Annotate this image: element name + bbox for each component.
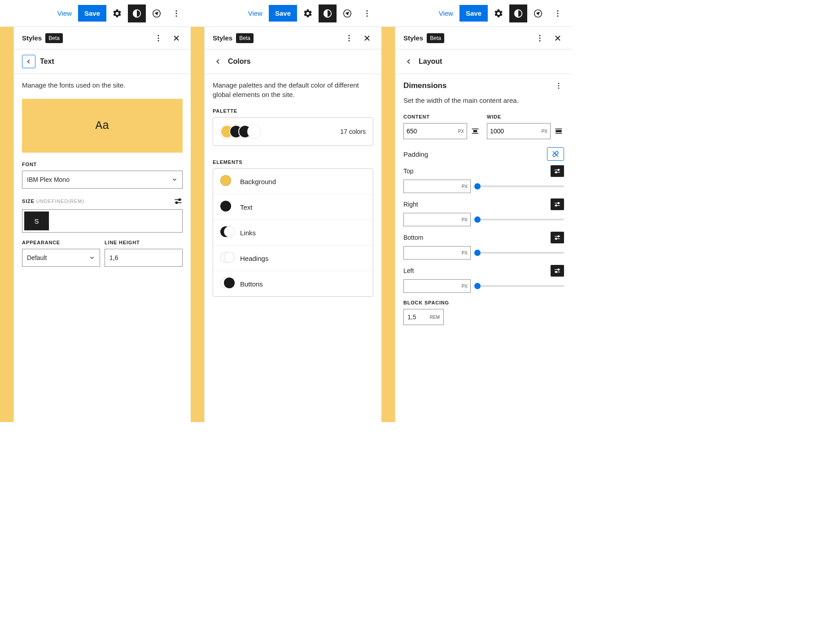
compass-icon[interactable] <box>529 4 547 22</box>
panel-title: Styles <box>213 34 232 42</box>
padding-left-settings-icon[interactable] <box>551 265 564 277</box>
beta-badge: Beta <box>236 33 254 43</box>
padding-bottom-settings-icon[interactable] <box>551 232 564 243</box>
appearance-select[interactable]: Default <box>22 249 100 267</box>
padding-bottom-input[interactable]: PX <box>403 246 471 260</box>
description: Manage the fonts used on the site. <box>22 80 183 90</box>
view-link[interactable]: View <box>53 6 76 21</box>
svg-point-12 <box>367 10 368 11</box>
settings-icon[interactable] <box>490 4 508 22</box>
padding-top-settings-icon[interactable] <box>551 165 564 177</box>
element-buttons[interactable]: Buttons <box>213 271 373 296</box>
panel-more-icon[interactable] <box>149 29 167 47</box>
svg-point-17 <box>349 40 350 41</box>
content-align-icon[interactable] <box>470 127 481 136</box>
svg-point-2 <box>176 10 177 11</box>
save-button[interactable]: Save <box>78 5 106 22</box>
svg-point-38 <box>556 271 557 273</box>
padding-left-slider[interactable] <box>474 285 564 287</box>
svg-point-27 <box>558 85 560 87</box>
svg-point-35 <box>558 236 559 237</box>
close-icon[interactable] <box>549 29 567 47</box>
view-link[interactable]: View <box>244 6 267 21</box>
padding-top-input[interactable]: PX <box>403 180 471 193</box>
close-icon[interactable] <box>358 29 376 47</box>
canvas-background <box>381 27 395 422</box>
canvas-background <box>191 27 204 422</box>
panel-more-icon[interactable] <box>340 29 358 47</box>
more-vertical-icon[interactable] <box>167 4 185 22</box>
padding-left-input[interactable]: PX <box>403 279 471 293</box>
svg-point-22 <box>557 15 559 17</box>
wide-align-icon[interactable] <box>553 127 564 136</box>
element-headings[interactable]: Headings <box>213 246 373 271</box>
svg-point-9 <box>176 202 178 203</box>
appearance-value: Default <box>27 254 47 261</box>
line-height-label: LINE HEIGHT <box>105 240 183 245</box>
panel-header: Styles Beta <box>395 27 572 49</box>
nav-title: Text <box>40 57 54 66</box>
settings-icon[interactable] <box>108 4 126 22</box>
block-spacing-input[interactable]: 1,5 REM <box>403 309 444 325</box>
save-button[interactable]: Save <box>269 5 297 22</box>
svg-point-4 <box>176 15 177 17</box>
compass-icon[interactable] <box>148 4 166 22</box>
close-icon[interactable] <box>167 29 185 47</box>
beta-badge: Beta <box>45 33 63 43</box>
size-settings-icon[interactable] <box>174 197 183 206</box>
svg-point-3 <box>176 13 177 14</box>
beta-badge: Beta <box>427 33 444 43</box>
svg-point-24 <box>539 37 541 39</box>
palette-button[interactable]: 17 colors <box>213 117 373 146</box>
padding-right-settings-icon[interactable] <box>551 198 564 210</box>
palette-label: PALETTE <box>213 108 373 114</box>
element-text[interactable]: Text <box>213 194 373 220</box>
svg-point-15 <box>349 35 350 36</box>
svg-point-26 <box>558 83 560 84</box>
dimensions-more-icon[interactable] <box>553 80 564 91</box>
panel-title: Styles <box>22 34 42 42</box>
compass-icon[interactable] <box>338 4 356 22</box>
font-label: FONT <box>22 162 183 167</box>
size-option-s[interactable]: S <box>24 211 49 230</box>
font-select[interactable]: IBM Plex Mono <box>22 171 183 189</box>
svg-point-33 <box>558 203 559 204</box>
element-background[interactable]: Background <box>213 169 373 194</box>
palette-swatches <box>220 125 256 138</box>
padding-bottom-slider[interactable] <box>474 252 564 254</box>
appearance-label: APPEARANCE <box>22 240 100 245</box>
svg-point-16 <box>349 37 350 39</box>
wide-input[interactable]: PX <box>487 123 551 139</box>
nav-row: Text <box>14 49 191 74</box>
back-button[interactable] <box>22 55 35 68</box>
size-label: SIZE UNDEFINED(REM) <box>22 198 84 204</box>
wide-label: WIDE <box>487 114 564 119</box>
save-button[interactable]: Save <box>459 5 488 22</box>
padding-right-slider[interactable] <box>474 219 564 220</box>
padding-top-slider[interactable] <box>474 185 564 187</box>
panel-more-icon[interactable] <box>531 29 549 47</box>
padding-left-label: Left <box>403 267 414 274</box>
font-value: IBM Plex Mono <box>27 176 70 183</box>
content-input[interactable]: PX <box>403 123 467 139</box>
svg-point-28 <box>558 88 560 89</box>
more-vertical-icon[interactable] <box>549 4 567 22</box>
line-height-value: 1,6 <box>109 254 178 261</box>
back-button[interactable] <box>213 55 223 68</box>
nav-row: Colors <box>205 49 381 74</box>
more-vertical-icon[interactable] <box>358 4 376 22</box>
size-select[interactable]: S <box>22 209 183 233</box>
back-button[interactable] <box>403 55 414 68</box>
settings-icon[interactable] <box>299 4 317 22</box>
padding-right-input[interactable]: PX <box>403 213 471 226</box>
styles-icon[interactable] <box>128 4 146 22</box>
styles-icon[interactable] <box>319 4 337 22</box>
element-links[interactable]: Links <box>213 220 373 246</box>
panel-title: Styles <box>403 34 423 42</box>
elements-label: ELEMENTS <box>213 159 373 165</box>
styles-icon[interactable] <box>509 4 527 22</box>
line-height-input[interactable]: 1,6 <box>105 249 183 267</box>
padding-label: Padding <box>403 150 428 158</box>
view-link[interactable]: View <box>434 6 458 21</box>
unlink-sides-button[interactable] <box>547 147 564 161</box>
